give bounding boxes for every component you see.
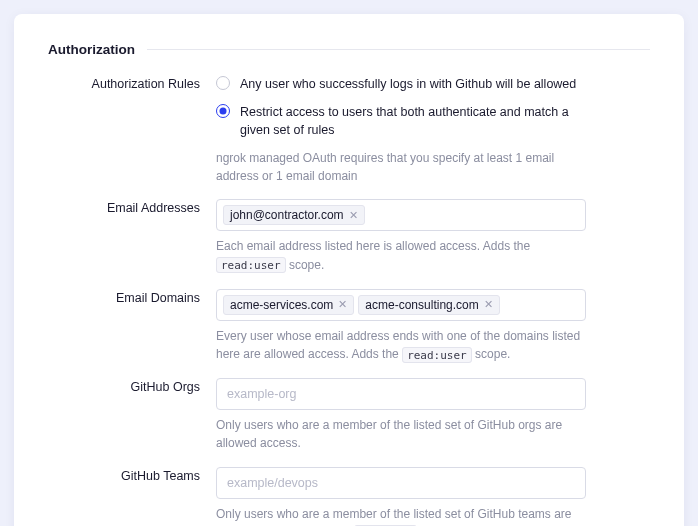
close-icon[interactable]: ✕ bbox=[338, 299, 347, 310]
email-tag: john@contractor.com ✕ bbox=[223, 205, 365, 225]
github-teams-help: Only users who are a member of the liste… bbox=[216, 505, 586, 526]
email-domains-input[interactable]: acme-services.com ✕ acme-consulting.com … bbox=[216, 289, 586, 321]
domain-tag: acme-services.com ✕ bbox=[223, 295, 354, 315]
row-github-teams: GitHub Teams example/devops Only users w… bbox=[48, 467, 650, 526]
tag-text: john@contractor.com bbox=[230, 208, 344, 222]
radio-icon bbox=[216, 76, 230, 90]
email-addresses-help: Each email address listed here is allowe… bbox=[216, 237, 586, 274]
close-icon[interactable]: ✕ bbox=[484, 299, 493, 310]
label-email-addresses: Email Addresses bbox=[48, 199, 216, 274]
tag-text: acme-consulting.com bbox=[365, 298, 478, 312]
authorization-card: Authorization Authorization Rules Any us… bbox=[14, 14, 684, 526]
section-title: Authorization bbox=[48, 42, 135, 57]
label-github-orgs: GitHub Orgs bbox=[48, 378, 216, 453]
close-icon[interactable]: ✕ bbox=[349, 210, 358, 221]
row-github-orgs: GitHub Orgs example-org Only users who a… bbox=[48, 378, 650, 453]
row-auth-rules: Authorization Rules Any user who success… bbox=[48, 75, 650, 185]
email-addresses-input[interactable]: john@contractor.com ✕ bbox=[216, 199, 586, 231]
section-header: Authorization bbox=[48, 42, 650, 57]
placeholder-text: example-org bbox=[223, 387, 296, 401]
auth-rules-note: ngrok managed OAuth requires that you sp… bbox=[216, 149, 586, 185]
scope-code: read:user bbox=[216, 257, 286, 273]
row-email-domains: Email Domains acme-services.com ✕ acme-c… bbox=[48, 289, 650, 364]
placeholder-text: example/devops bbox=[223, 476, 318, 490]
divider bbox=[147, 49, 650, 50]
radio-restrict-label: Restrict access to users that both authe… bbox=[240, 103, 586, 139]
domain-tag: acme-consulting.com ✕ bbox=[358, 295, 499, 315]
radio-allow-all-label: Any user who successfully logs in with G… bbox=[240, 75, 576, 93]
radio-allow-all[interactable]: Any user who successfully logs in with G… bbox=[216, 75, 586, 93]
label-github-teams: GitHub Teams bbox=[48, 467, 216, 526]
tag-text: acme-services.com bbox=[230, 298, 333, 312]
github-teams-input[interactable]: example/devops bbox=[216, 467, 586, 499]
github-orgs-help: Only users who are a member of the liste… bbox=[216, 416, 586, 453]
github-orgs-input[interactable]: example-org bbox=[216, 378, 586, 410]
radio-icon bbox=[216, 104, 230, 118]
email-domains-help: Every user whose email address ends with… bbox=[216, 327, 586, 364]
scope-code: read:user bbox=[402, 347, 472, 363]
label-auth-rules: Authorization Rules bbox=[48, 75, 216, 185]
row-email-addresses: Email Addresses john@contractor.com ✕ Ea… bbox=[48, 199, 650, 274]
radio-restrict[interactable]: Restrict access to users that both authe… bbox=[216, 103, 586, 139]
label-email-domains: Email Domains bbox=[48, 289, 216, 364]
